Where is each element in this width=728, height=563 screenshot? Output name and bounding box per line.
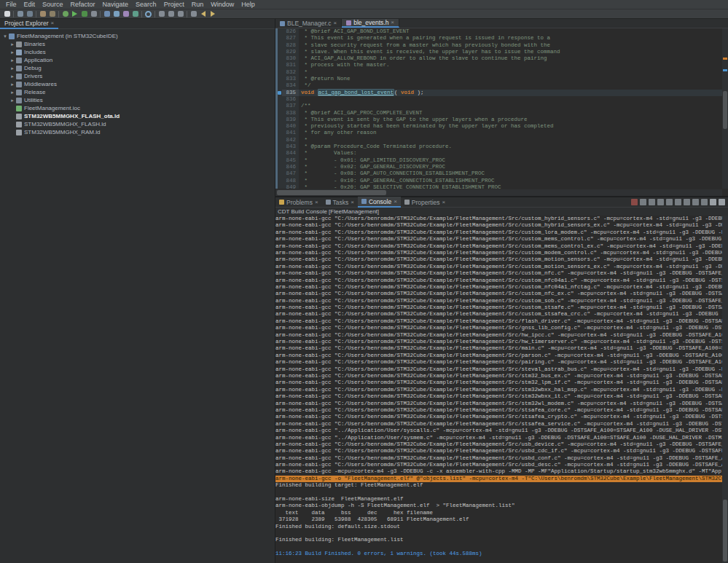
close-tab-icon[interactable]: × [391,20,394,25]
scroll-lock-icon[interactable] [666,199,673,205]
menu-bar: FileEditSourceRefactorNavigateSearchProj… [0,0,728,9]
menu-run[interactable]: Run [188,0,208,9]
chevron-down-icon[interactable]: ▾ [2,34,8,39]
chevron-right-icon[interactable]: ▸ [9,98,15,103]
tree-item-fleetmanagement-ioc[interactable]: FleetManagement.ioc [0,104,275,112]
terminate-icon[interactable] [631,199,638,205]
tree-item-stm32wb5mmghx-flash-ota-ld[interactable]: STM32WB5MMGHX_FLASH_ota.ld [0,112,275,120]
menu-search[interactable]: Search [132,0,160,9]
editor-console-stack: BLE_Manager.c×ble_events.h× 826 * @brief… [275,19,728,563]
tree-item-drivers[interactable]: ▸Drivers [0,72,275,80]
tree-item-middlewares[interactable]: ▸Middlewares [0,80,275,88]
pin-console-icon[interactable] [684,199,690,205]
ld-file-icon [16,122,22,127]
view-tab-properties[interactable]: Properties× [401,197,449,207]
new-icon[interactable] [2,10,12,18]
tree-item-release[interactable]: ▸Release [0,88,275,96]
menu-window[interactable]: Window [207,0,238,9]
remove-all-launches-icon[interactable] [649,199,655,205]
chevron-right-icon[interactable]: ▸ [9,50,15,55]
annotation-gutter [275,130,282,136]
tree-item-stm32wb5mmghx-flash-ld[interactable]: STM32WB5MMGHX_FLASH.ld [0,120,275,128]
debug-icon[interactable] [60,10,70,18]
close-view-tab-icon[interactable]: × [394,199,397,205]
save-icon[interactable] [15,10,25,18]
tree-item-utilities[interactable]: ▸Utilities [0,96,275,104]
external-tools-icon[interactable] [79,10,89,18]
annotation-gutter [275,62,282,68]
save-all-icon[interactable] [25,10,34,18]
close-view-tab-icon[interactable]: × [442,200,446,205]
minimize-icon[interactable] [710,199,716,205]
menu-project[interactable]: Project [160,0,188,9]
run-icon[interactable] [70,10,79,18]
toggle-mark-occurrences-icon[interactable] [157,10,166,18]
chevron-right-icon[interactable]: ▸ [9,82,15,87]
new-cpp-file-icon[interactable] [111,10,121,18]
editor-tab-ble-manager-c[interactable]: BLE_Manager.c× [275,19,342,28]
display-selected-console-icon[interactable] [692,199,699,205]
editor-tab-ble-events-h[interactable]: ble_events.h× [342,19,399,28]
search-icon[interactable] [144,10,153,18]
editor-hscroll-thumb[interactable] [277,190,386,195]
line-number: 841 [282,130,299,136]
tree-item-stm32wb5mmghx-ram-ld[interactable]: STM32WB5MMGHX_RAM.ld [0,128,275,136]
editor-horizontal-scrollbar[interactable] [275,189,722,196]
console-scroll-thumb[interactable] [723,500,727,562]
editor-scroll-thumb[interactable] [723,91,727,129]
tree-item-includes[interactable]: ▸Includes [0,48,275,56]
console-line: arm-none-eabi-gcc "C:/Users/benromdm/STM… [275,325,722,331]
build-config-icon[interactable] [47,10,57,18]
code-text: * - 0x02: GAP_GENERAL_DISCOVERY_PROC [299,164,445,170]
folder-icon [16,82,22,87]
tree-item-debug[interactable]: ▸Debug [0,64,275,72]
stop-icon[interactable] [89,10,98,18]
tree-item-binaries[interactable]: ▸Binaries [0,40,275,48]
new-header-file-icon[interactable] [121,10,130,18]
menu-refactor[interactable]: Refactor [67,0,99,9]
line-number: 845 [282,157,299,164]
build-all-icon[interactable] [38,10,47,18]
show-whitespace-icon[interactable] [166,10,176,18]
clear-console-icon[interactable] [657,199,664,205]
new-class-icon[interactable] [130,10,140,18]
last-edit-location-icon[interactable] [189,10,198,18]
chevron-right-icon[interactable]: ▸ [9,42,15,47]
chevron-right-icon[interactable]: ▸ [9,66,15,71]
console-output[interactable]: arm-none-eabi-gcc "C:/Users/benromdm/STM… [275,216,722,563]
maximize-icon[interactable] [719,199,725,205]
menu-source[interactable]: Source [39,0,67,9]
view-tab-tasks[interactable]: Tasks× [322,197,358,207]
menu-navigate[interactable]: Navigate [99,0,133,9]
folder-icon [16,98,22,103]
console-line [275,544,722,551]
console-line: arm-none-eabi-gcc "../Application/User/s… [275,435,722,441]
forward-icon[interactable] [208,10,217,18]
close-view-tab-icon[interactable]: × [351,200,354,205]
tree-item-fleetmanagement-in-stm32cubeide-[interactable]: ▾FleetManagement (in STM32CubeIDE) [0,32,275,40]
console-line: arm-none-eabi-objdump -h -S FleetManagem… [275,503,722,509]
close-view-icon[interactable]: × [50,20,54,26]
code-editor[interactable]: 826 * @brief ACI_GAP_BOND_LOST_EVENT827 … [275,28,722,189]
menu-help[interactable]: Help [238,0,259,9]
menu-edit[interactable]: Edit [20,0,39,9]
back-icon[interactable] [198,10,208,18]
menu-file[interactable]: File [2,0,20,9]
pin-editor-icon[interactable] [176,10,185,18]
remove-launch-icon[interactable] [640,199,646,205]
project-explorer-tab[interactable]: Project Explorer × [0,18,58,29]
close-tab-icon[interactable]: × [333,20,337,26]
chevron-right-icon[interactable]: ▸ [9,58,15,63]
word-wrap-icon[interactable] [675,199,681,205]
chevron-right-icon[interactable]: ▸ [9,74,15,79]
line-number: 846 [282,164,299,170]
new-c-project-icon[interactable] [102,10,111,18]
view-tab-problems[interactable]: Problems× [275,197,322,207]
console-vertical-scrollbar[interactable] [722,216,728,563]
open-console-icon[interactable] [701,199,708,205]
view-tab-console[interactable]: Console× [358,197,401,208]
tree-item-application[interactable]: ▸Application [0,56,275,64]
chevron-right-icon[interactable]: ▸ [9,90,15,95]
editor-vertical-scrollbar[interactable] [722,28,728,189]
close-view-tab-icon[interactable]: × [315,200,318,205]
